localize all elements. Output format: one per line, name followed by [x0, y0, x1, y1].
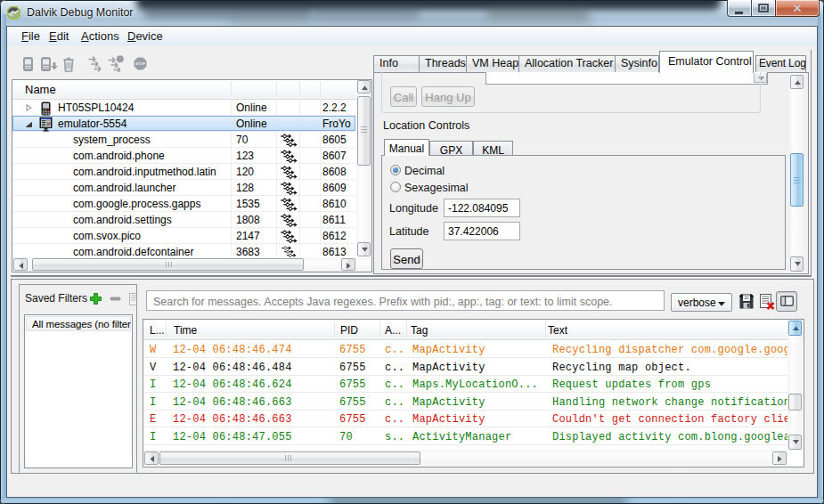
svg-text:STOP: STOP — [135, 61, 145, 66]
